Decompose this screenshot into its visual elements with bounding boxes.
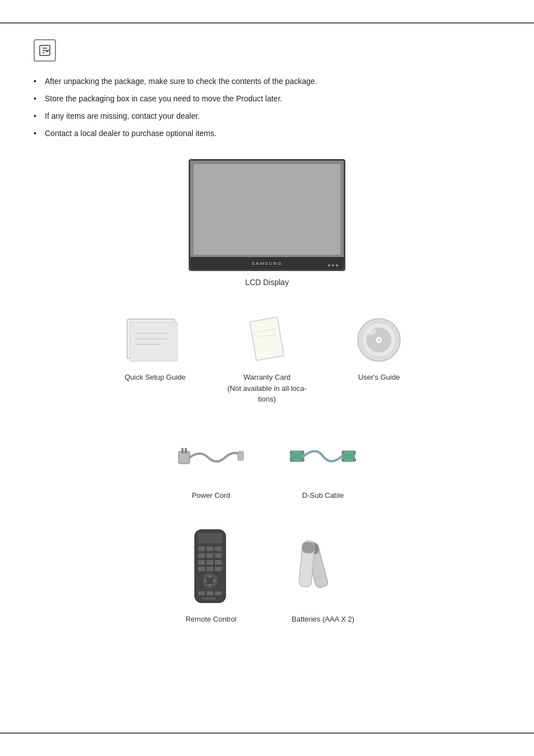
svg-rect-9 (250, 317, 284, 361)
svg-rect-41 (215, 553, 222, 558)
svg-rect-55 (207, 591, 213, 595)
svg-rect-38 (215, 547, 222, 551)
lcd-screen (194, 164, 340, 255)
svg-rect-56 (215, 591, 222, 595)
lcd-monitor-image: SAMSUNG (189, 159, 345, 271)
accessories-row-2: Power Cord (34, 427, 500, 507)
power-cord-label: Power Cord (192, 490, 231, 501)
top-border (0, 22, 534, 24)
users-guide-label: User's Guide (358, 372, 400, 383)
dsub-cable-image (289, 433, 357, 483)
svg-text:SAMSUNG: SAMSUNG (202, 597, 216, 600)
accessory-users-guide: User's Guide (323, 309, 435, 410)
svg-rect-23 (292, 453, 302, 459)
svg-rect-5 (130, 322, 177, 361)
svg-rect-36 (198, 547, 205, 551)
svg-point-26 (301, 451, 304, 454)
svg-rect-44 (215, 560, 222, 564)
remote-control-image: SAMSUNG (177, 529, 245, 607)
bullet-item: Store the packaging box in case you need… (34, 90, 500, 108)
svg-rect-20 (185, 448, 187, 454)
svg-rect-18 (179, 451, 190, 464)
accessory-quick-setup-guide: Quick Setup Guide (99, 309, 211, 410)
warranty-card-label: Warranty Card(Not available in all loca-… (227, 372, 307, 405)
dsub-cable-label: D-Sub Cable (302, 490, 344, 501)
bullet-list: After unpacking the package, make sure t… (34, 73, 500, 142)
lcd-display-section: SAMSUNG LCD Display (34, 159, 500, 287)
accessories-row-3: SAMSUNG Remote Control (34, 523, 500, 631)
accessory-batteries: Batteries (AAA X 2) (267, 523, 379, 631)
note-icon (34, 39, 56, 62)
svg-rect-64 (302, 542, 315, 554)
svg-rect-46 (207, 567, 213, 571)
svg-rect-42 (198, 560, 205, 564)
accessory-dsub-cable: D-Sub Cable (267, 427, 379, 507)
svg-point-31 (341, 458, 344, 461)
remote-control-label: Remote Control (185, 614, 236, 625)
svg-rect-29 (344, 453, 353, 459)
bullet-item: If any items are missing, contact your d… (34, 108, 500, 125)
svg-rect-21 (238, 451, 243, 460)
accessory-power-cord: Power Cord (155, 427, 267, 507)
quick-setup-guide-label: Quick Setup Guide (124, 372, 185, 383)
svg-rect-47 (215, 567, 222, 571)
svg-rect-35 (198, 533, 222, 543)
svg-point-49 (206, 577, 214, 585)
svg-rect-54 (198, 591, 205, 595)
users-guide-image (345, 315, 413, 365)
batteries-image (289, 529, 357, 607)
svg-point-33 (353, 458, 356, 461)
lcd-brand-text: SAMSUNG (252, 261, 282, 266)
lcd-dots (328, 264, 338, 267)
svg-point-32 (353, 451, 356, 454)
svg-point-25 (290, 458, 293, 461)
lcd-label: LCD Display (245, 278, 289, 287)
main-content: After unpacking the package, make sure t… (0, 0, 534, 692)
quick-setup-guide-image (121, 315, 189, 365)
svg-rect-45 (198, 567, 205, 571)
svg-rect-37 (207, 547, 213, 551)
accessory-warranty-card: Warranty Card(Not available in all loca-… (211, 309, 323, 410)
bullet-item: Contact a local dealer to purchase optio… (34, 125, 500, 142)
svg-point-24 (290, 451, 293, 454)
svg-rect-19 (181, 448, 184, 454)
power-cord-image (177, 433, 245, 483)
bottom-border (0, 732, 534, 734)
svg-rect-39 (198, 553, 205, 558)
svg-point-27 (301, 458, 304, 461)
svg-rect-40 (207, 553, 213, 558)
warranty-card-image (233, 315, 301, 365)
svg-point-30 (341, 451, 344, 454)
accessories-row-1: Quick Setup Guide Warranty Card(Not avai… (34, 309, 500, 410)
batteries-label: Batteries (AAA X 2) (292, 614, 354, 625)
accessory-remote-control: SAMSUNG Remote Control (155, 523, 267, 631)
svg-point-16 (377, 338, 381, 342)
lcd-brand-bar: SAMSUNG (190, 257, 344, 269)
bullet-item: After unpacking the package, make sure t… (34, 73, 500, 90)
svg-rect-43 (207, 560, 213, 564)
